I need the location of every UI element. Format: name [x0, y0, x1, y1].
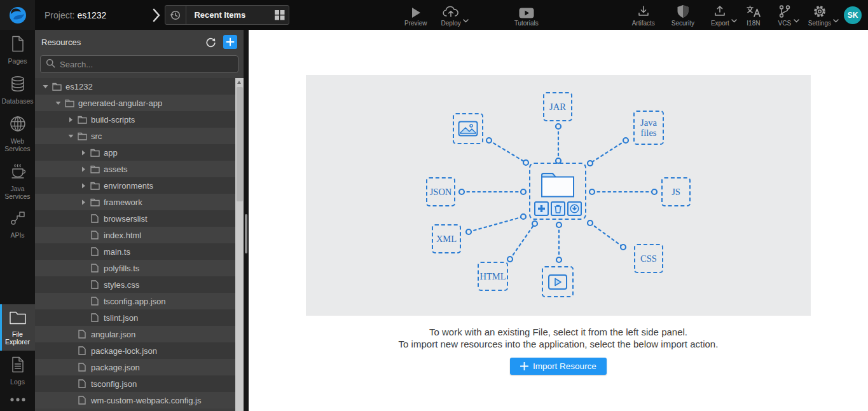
main-content: JAR Java files JSON JS: [249, 30, 868, 411]
wavemaker-logo-icon[interactable]: [0, 0, 35, 30]
tree-label: tslint.json: [104, 313, 138, 323]
resize-handle[interactable]: [245, 214, 247, 253]
file-icon: [88, 231, 101, 239]
export-button[interactable]: Export: [707, 0, 733, 30]
panel-title: Resources: [41, 37, 203, 47]
tree-row[interactable]: tslint.json: [35, 309, 235, 326]
chevron-expanded-icon[interactable]: [53, 100, 63, 105]
databases-icon: [10, 76, 26, 95]
tutorials-button[interactable]: Tutorials: [511, 0, 542, 30]
tree-row[interactable]: assets: [35, 161, 235, 177]
folder-icon: [76, 132, 88, 140]
download-file-icon[interactable]: [567, 201, 582, 216]
tree-label: build-scripts: [91, 115, 135, 125]
file-icon: [76, 363, 88, 372]
apis-icon: [10, 211, 25, 229]
more-icon[interactable]: [0, 391, 35, 411]
sidebar-item-web-services[interactable]: Web Services: [0, 110, 35, 158]
scroll-up-arrow-icon[interactable]: [237, 81, 241, 84]
tree-row[interactable]: generated-angular-app: [35, 95, 235, 111]
sidebar-item-java-services[interactable]: Java Services: [0, 158, 35, 205]
tree-row[interactable]: polyfills.ts: [35, 260, 235, 276]
file-tree: es1232generated-angular-appbuild-scripts…: [35, 78, 235, 411]
preview-button[interactable]: Preview: [401, 0, 431, 30]
search-input[interactable]: [60, 60, 233, 69]
tree-row[interactable]: build-scripts: [35, 111, 235, 128]
tree-label: index.html: [104, 231, 141, 240]
tree-row[interactable]: package-lock.json: [35, 342, 235, 359]
sidebar-item-pages[interactable]: Pages: [0, 30, 35, 70]
chevron-collapsed-icon[interactable]: [65, 117, 76, 123]
add-resource-icon[interactable]: [223, 35, 237, 49]
tree-label: tsconfig.json: [91, 379, 137, 389]
tree-row[interactable]: index.html: [35, 227, 235, 243]
tree-row[interactable]: package.json: [35, 359, 235, 375]
sidebar-item-databases[interactable]: Databases: [0, 70, 35, 110]
import-illustration: JAR Java files JSON JS: [306, 75, 811, 316]
chevron-collapsed-icon[interactable]: [78, 183, 88, 189]
folder-icon: [76, 116, 88, 124]
tree-row[interactable]: tsconfig.json: [35, 375, 235, 392]
diagram-node-json: JSON: [426, 177, 455, 206]
recent-items-dropdown[interactable]: Recent Items: [165, 5, 289, 25]
artifacts-button[interactable]: Artifacts: [628, 0, 659, 30]
delete-file-icon[interactable]: [551, 201, 565, 216]
vcs-button[interactable]: VCS: [774, 0, 796, 30]
tree-label: es1232: [65, 82, 93, 91]
folder-icon: [50, 83, 63, 91]
add-file-icon[interactable]: [534, 201, 549, 216]
expand-chevron-icon[interactable]: [152, 8, 161, 23]
chevron-collapsed-icon[interactable]: [78, 199, 88, 205]
central-folder-node: [529, 163, 586, 220]
tree-row[interactable]: angular.json: [35, 326, 235, 342]
tree-scrollbar[interactable]: [235, 78, 244, 411]
tree-row[interactable]: styles.css: [35, 276, 235, 293]
file-icon: [88, 280, 101, 289]
refresh-icon[interactable]: [203, 34, 218, 50]
diagram-node-html: HTML: [478, 262, 508, 291]
file-icon: [88, 264, 101, 273]
security-button[interactable]: Security: [668, 0, 698, 30]
scrollbar-thumb[interactable]: [237, 87, 243, 201]
folder-icon: [88, 182, 101, 190]
sidebar-item-apis[interactable]: APIs: [0, 205, 35, 244]
sidebar-item-file-explorer[interactable]: File Explorer: [0, 304, 35, 351]
rail-spacer: [0, 244, 35, 304]
grid-view-icon[interactable]: [270, 10, 289, 20]
chevron-collapsed-icon[interactable]: [78, 166, 88, 172]
tree-label: tsconfig.app.json: [104, 297, 166, 306]
tree-row[interactable]: main.ts: [35, 243, 235, 260]
deploy-button[interactable]: Deploy: [437, 0, 465, 30]
user-avatar[interactable]: SK: [844, 6, 862, 24]
cloud-upload-icon: [443, 4, 459, 18]
tree-label: generated-angular-app: [78, 98, 162, 108]
tree-label: package.json: [91, 363, 140, 372]
chevron-expanded-icon[interactable]: [40, 84, 50, 89]
chevron-expanded-icon[interactable]: [65, 133, 76, 138]
java-services-icon: [10, 163, 26, 182]
tree-row[interactable]: tsconfig.app.json: [35, 293, 235, 309]
tree-label: framework: [104, 198, 142, 207]
file-icon: [88, 297, 101, 306]
tree-row[interactable]: environments: [35, 177, 235, 194]
import-resource-button[interactable]: Import Resource: [510, 358, 607, 375]
settings-button[interactable]: Settings: [804, 0, 835, 30]
chevron-collapsed-icon[interactable]: [78, 150, 88, 156]
folder-icon: [63, 99, 76, 107]
topbar-center-actions: Preview Deploy Tutorials: [401, 0, 542, 30]
resources-panel: Resources es1232generated-angular-appbui…: [35, 30, 244, 411]
tree-row[interactable]: framework: [35, 194, 235, 210]
tree-row[interactable]: src: [35, 128, 235, 144]
tree-label: app: [104, 148, 118, 158]
sidebar-item-logs[interactable]: Logs: [0, 351, 35, 391]
tree-row[interactable]: es1232: [35, 78, 235, 95]
history-icon: [165, 6, 186, 24]
i18n-button[interactable]: I18N: [742, 0, 765, 30]
file-explorer-icon: [9, 310, 27, 328]
instruction-line-1: To work with an existing File, select it…: [399, 326, 719, 338]
tree-row[interactable]: browserslist: [35, 210, 235, 227]
panel-resize-gutter[interactable]: [244, 30, 249, 411]
tree-row[interactable]: wm-custom-webpack.config.js: [35, 392, 235, 408]
tree-label: polyfills.ts: [104, 264, 139, 273]
tree-row[interactable]: app: [35, 144, 235, 161]
